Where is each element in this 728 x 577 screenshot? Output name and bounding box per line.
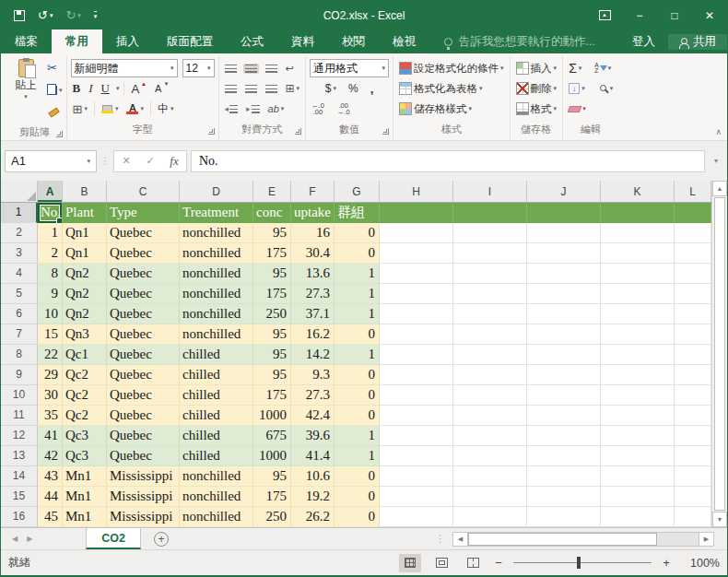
cell-J10[interactable]: [527, 385, 601, 406]
italic-button[interactable]: I: [87, 80, 94, 97]
cell-J11[interactable]: [527, 406, 601, 426]
cell-H15[interactable]: [380, 487, 453, 507]
cell-D6[interactable]: nonchilled: [180, 304, 253, 324]
scroll-left-button[interactable]: ◀: [452, 532, 468, 547]
cell-G1[interactable]: 群組: [335, 203, 380, 223]
cell-B11[interactable]: Qc2: [63, 406, 107, 426]
share-button[interactable]: 共用: [668, 34, 727, 50]
fill-dropdown-icon[interactable]: ▾: [581, 85, 585, 92]
cell-C16[interactable]: Mississippi: [107, 507, 180, 527]
cell-I2[interactable]: [453, 223, 527, 243]
align-center-button[interactable]: [243, 84, 259, 94]
cell-B13[interactable]: Qc3: [63, 446, 107, 466]
cell-B14[interactable]: Mn1: [63, 466, 107, 487]
cell-B2[interactable]: Qn1: [63, 223, 107, 243]
increase-indent-button[interactable]: ▸: [244, 103, 262, 114]
cell-L14[interactable]: [675, 466, 711, 487]
cell-G8[interactable]: 1: [335, 345, 380, 365]
cell-E2[interactable]: 95: [253, 223, 291, 243]
cell-E1[interactable]: conc: [253, 203, 291, 223]
cell-B5[interactable]: Qn2: [63, 284, 107, 304]
cell-L4[interactable]: [675, 264, 711, 284]
cell-L12[interactable]: [675, 426, 711, 446]
cell-K4[interactable]: [601, 264, 675, 284]
cell-G11[interactable]: 0: [335, 406, 380, 426]
tab-layout[interactable]: 版面配置: [153, 29, 227, 53]
cell-I10[interactable]: [453, 385, 527, 406]
vertical-scroll-thumb[interactable]: [714, 197, 725, 511]
cell-C10[interactable]: Quebec: [107, 385, 180, 406]
cell-H9[interactable]: [380, 365, 453, 385]
sort-dropdown-icon[interactable]: ▾: [608, 65, 612, 72]
zoom-slider[interactable]: [513, 562, 652, 563]
format-as-table-button[interactable]: 格式化為表格 ▾: [397, 78, 506, 99]
cell-C7[interactable]: Quebec: [107, 324, 180, 345]
column-header-D[interactable]: D: [180, 181, 253, 202]
cell-G14[interactable]: 0: [335, 466, 380, 487]
cell-G10[interactable]: 0: [335, 385, 380, 406]
decrease-font-button[interactable]: A▼: [153, 82, 170, 95]
autosum-dropdown-icon[interactable]: ▾: [579, 65, 582, 72]
undo-button[interactable]: ↺▾: [38, 8, 53, 22]
horizontal-scroll-track[interactable]: [468, 532, 699, 547]
cell-H7[interactable]: [380, 324, 453, 345]
vertical-scrollbar[interactable]: ▲ ▼: [711, 181, 727, 527]
cell-D3[interactable]: nonchilled: [180, 243, 253, 264]
cell-J3[interactable]: [527, 243, 601, 264]
page-layout-view-button[interactable]: [430, 554, 452, 572]
cell-C5[interactable]: Quebec: [107, 284, 180, 304]
tab-data[interactable]: 資料: [277, 29, 328, 53]
save-button[interactable]: [14, 10, 25, 21]
align-top-button[interactable]: [223, 64, 239, 74]
tab-formulas[interactable]: 公式: [227, 29, 277, 53]
cell-D8[interactable]: chilled: [180, 345, 253, 365]
cell-E11[interactable]: 1000: [253, 406, 291, 426]
clear-button[interactable]: ▾: [567, 104, 588, 113]
cell-H4[interactable]: [380, 264, 453, 284]
insert-function-button[interactable]: fx: [162, 154, 186, 169]
number-format-select[interactable]: 通用格式▾: [310, 59, 389, 77]
cell-F1[interactable]: uptake: [291, 203, 335, 223]
cell-G4[interactable]: 1: [335, 264, 380, 284]
sort-filter-button[interactable]: AZ▾: [593, 62, 613, 76]
row-header-7[interactable]: 7: [1, 324, 38, 345]
font-dialog-launcher[interactable]: [208, 128, 215, 135]
cell-I9[interactable]: [453, 365, 527, 385]
cell-F13[interactable]: 41.4: [291, 446, 335, 466]
cell-G6[interactable]: 1: [335, 304, 380, 324]
paste-dropdown-icon[interactable]: ▾: [24, 93, 28, 100]
copy-dropdown-icon[interactable]: ▾: [59, 87, 63, 94]
cell-J15[interactable]: [527, 487, 601, 507]
horizontal-scrollbar[interactable]: ◀ ▶: [452, 532, 714, 547]
cell-D1[interactable]: Treatment: [180, 203, 253, 223]
cell-L7[interactable]: [675, 324, 711, 345]
currency-dropdown-icon[interactable]: ▾: [334, 85, 337, 92]
cell-E14[interactable]: 95: [253, 466, 291, 487]
cell-F12[interactable]: 39.6: [291, 426, 335, 446]
cell-I13[interactable]: [453, 446, 527, 466]
row-header-14[interactable]: 14: [1, 466, 38, 487]
cell-L8[interactable]: [675, 345, 711, 365]
cell-B15[interactable]: Mn1: [63, 487, 107, 507]
cell-B12[interactable]: Qc3: [63, 426, 107, 446]
cell-K14[interactable]: [601, 466, 675, 487]
cell-G3[interactable]: 0: [335, 243, 380, 264]
cell-G15[interactable]: 0: [335, 487, 380, 507]
cell-A14[interactable]: 43: [38, 466, 63, 487]
cell-F14[interactable]: 10.6: [291, 466, 335, 487]
new-sheet-button[interactable]: +: [154, 532, 169, 547]
next-sheet-button[interactable]: ▶: [27, 535, 32, 543]
row-header-8[interactable]: 8: [1, 345, 38, 365]
scroll-right-button[interactable]: ▶: [699, 532, 714, 547]
cell-I1[interactable]: [453, 203, 527, 223]
zoom-out-button[interactable]: −: [493, 556, 504, 570]
cell-A8[interactable]: 22: [38, 345, 63, 365]
name-box-dropdown-icon[interactable]: ▾: [87, 158, 90, 165]
cell-J8[interactable]: [527, 345, 601, 365]
cell-B16[interactable]: Mn1: [63, 507, 107, 527]
cell-F5[interactable]: 27.3: [291, 284, 335, 304]
find-select-button[interactable]: ▾: [598, 84, 616, 94]
row-header-11[interactable]: 11: [1, 406, 38, 426]
align-middle-button[interactable]: [243, 64, 259, 74]
cell-styles-button[interactable]: 儲存格樣式 ▾: [397, 99, 506, 119]
